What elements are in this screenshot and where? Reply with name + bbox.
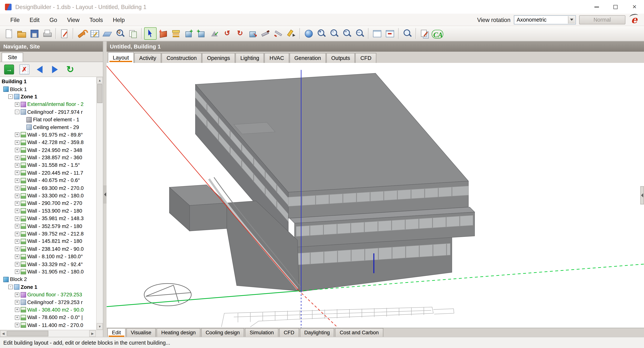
tree-item-wall-224-950-m2-348[interactable]: +Wall - 224.950 m2 - 348: [0, 146, 103, 154]
tree-item-wall-352-579-m2-180[interactable]: +Wall - 352.579 m2 - 180: [0, 222, 103, 230]
toolbar-add-opening[interactable]: [195, 27, 208, 40]
tree-item-wall-39-752-m2-212-8[interactable]: +Wall - 39.752 m2 - 212.8: [0, 230, 103, 238]
bottom-tab-cost-and-carbon[interactable]: Cost and Carbon: [335, 328, 384, 337]
toolbar-render-view[interactable]: [401, 27, 414, 40]
menu-view[interactable]: View: [62, 15, 84, 25]
toolbar-show-model-data[interactable]: [371, 27, 384, 40]
tree-item-ceiling-roof-3729-253-r[interactable]: +Ceiling/roof - 3729.253 r: [0, 298, 103, 306]
panel-splitter[interactable]: [103, 41, 107, 337]
toolbar-save-file[interactable]: [28, 27, 40, 40]
toolbar-clear-data[interactable]: [101, 27, 114, 40]
tree-item-wall-40-675-m2-0-6[interactable]: +Wall - 40.675 m2 - 0.6°: [0, 177, 103, 185]
tree-item-wall-31-905-m2-180-0[interactable]: +Wall - 31.905 m2 - 180.0: [0, 268, 103, 276]
expand-toggle-icon[interactable]: +: [15, 148, 19, 152]
nav-forward[interactable]: [49, 64, 61, 75]
tree-vertical-scrollbar[interactable]: ▲ ▼: [96, 77, 103, 330]
tree-item-wall-290-700-m2-270[interactable]: +Wall - 290.700 m2 - 270: [0, 200, 103, 207]
tree-item-zone-1[interactable]: -Zone 1: [0, 93, 103, 101]
tab-hvac[interactable]: HVAC: [264, 53, 289, 63]
expand-toggle-icon[interactable]: +: [15, 239, 19, 244]
toolbar-ca-badge[interactable]: CA: [431, 27, 444, 40]
toolbar-add-block[interactable]: [157, 27, 169, 40]
tree-item-wall-153-900-m2-180[interactable]: +Wall - 153.900 m2 - 180: [0, 207, 103, 215]
collapse-toggle-icon[interactable]: -: [8, 285, 13, 289]
collapse-toggle-icon[interactable]: -: [15, 110, 19, 114]
expand-toggle-icon[interactable]: +: [15, 300, 19, 304]
nav-delete-item[interactable]: ✗: [18, 64, 30, 75]
tree-item-wall-308-400-m2-90-0[interactable]: +Wall - 308.400 m2 - 90.0: [0, 306, 103, 314]
toolbar-fit-view[interactable]: ↔: [354, 27, 366, 40]
toolbar-measure-tool[interactable]: [272, 27, 284, 40]
menu-help[interactable]: Help: [108, 15, 129, 25]
tree-item-zone-1[interactable]: -Zone 1: [0, 283, 103, 291]
toolbar-print[interactable]: [41, 27, 53, 40]
toolbar-validate-model[interactable]: [208, 27, 220, 40]
tab-generation[interactable]: Generation: [290, 53, 326, 63]
tree-item-flat-roof-element-1[interactable]: Flat roof element - 1: [0, 116, 103, 124]
close-button[interactable]: ×: [625, 0, 644, 14]
toolbar-show-visualisation[interactable]: [384, 27, 396, 40]
bottom-tab-cooling-design[interactable]: Cooling design: [201, 328, 244, 337]
tree-item-wall-238-140-m2-90-0[interactable]: +Wall - 238.140 m2 - 90.0: [0, 245, 103, 253]
expand-toggle-icon[interactable]: +: [15, 194, 19, 198]
tree-item-wall-8-100-m2-180-0[interactable]: +Wall - 8.100 m2 - 180.0°: [0, 253, 103, 260]
nav-refresh[interactable]: ↻: [64, 64, 76, 75]
expand-toggle-icon[interactable]: +: [15, 315, 19, 320]
toolbar-edit-screen[interactable]: [58, 27, 71, 40]
scroll-right-icon[interactable]: ▶: [89, 330, 96, 337]
viewport-3d[interactable]: [106, 63, 644, 328]
toolbar-cut-block[interactable]: [260, 27, 272, 40]
expand-toggle-icon[interactable]: +: [15, 163, 19, 167]
maximize-button[interactable]: [606, 0, 625, 14]
toolbar-add-surface[interactable]: [182, 27, 195, 40]
expand-toggle-icon[interactable]: +: [15, 254, 19, 259]
tab-outputs[interactable]: Outputs: [326, 53, 355, 63]
toolbar-new-file[interactable]: [2, 27, 15, 40]
tree-item-wall-145-821-m2-180[interactable]: +Wall - 145.821 m2 - 180: [0, 238, 103, 245]
tab-cfd[interactable]: CFD: [356, 53, 376, 63]
toolbar-rotate-tool[interactable]: ↻: [234, 27, 246, 40]
tree-item-block-2[interactable]: Block 2: [0, 276, 103, 283]
tree-item-ground-floor-3729-253[interactable]: +Ground floor - 3729.253: [0, 291, 103, 299]
bottom-tab-daylighting[interactable]: Daylighting: [300, 328, 334, 337]
toolbar-zoom-window[interactable]: ▫: [328, 27, 340, 40]
normal-button[interactable]: Normal: [579, 15, 625, 24]
tree-item-ceiling-element-29[interactable]: Ceiling element - 29: [0, 123, 103, 131]
scroll-left-icon[interactable]: ◀: [0, 330, 6, 337]
tab-site[interactable]: Site: [2, 53, 23, 62]
tree-item-external-internal-floor-2[interactable]: +External/internal floor - 2: [0, 101, 103, 108]
tree-item-ceiling-roof-2917-974-r[interactable]: -Ceiling/roof - 2917.974 r: [0, 108, 103, 116]
expand-toggle-icon[interactable]: +: [15, 247, 19, 251]
expand-toggle-icon[interactable]: +: [15, 178, 19, 183]
toolbar-edit-model-data[interactable]: [88, 27, 101, 40]
menu-file[interactable]: File: [6, 15, 24, 25]
tree-item-wall-220-445-m2-11-7[interactable]: +Wall - 220.445 m2 - 11.7: [0, 169, 103, 177]
bottom-tab-heating-design[interactable]: Heating design: [157, 328, 200, 337]
expand-toggle-icon[interactable]: +: [15, 262, 19, 266]
expand-toggle-icon[interactable]: +: [15, 171, 19, 175]
expand-toggle-icon[interactable]: +: [15, 292, 19, 297]
tree-item-block-1[interactable]: Block 1: [0, 85, 103, 93]
menu-go[interactable]: Go: [45, 15, 62, 25]
toolbar-select-tool[interactable]: [144, 27, 156, 40]
tree-item-building-1[interactable]: Building 1: [0, 78, 103, 85]
scrollbar-thumb[interactable]: [97, 84, 102, 103]
minimize-button[interactable]: [587, 0, 606, 14]
view-rotation-select[interactable]: Axonometric: [514, 15, 576, 24]
toolbar-program-options[interactable]: [418, 27, 431, 40]
expand-toggle-icon[interactable]: +: [15, 209, 19, 213]
tree-item-wall-33-329-m2-92-4[interactable]: +Wall - 33.329 m2 - 92.4°: [0, 260, 103, 268]
toolbar-copy-data[interactable]: [127, 27, 139, 40]
tree-horizontal-scrollbar[interactable]: ◀ ▶: [0, 330, 103, 337]
expand-toggle-icon[interactable]: +: [15, 155, 19, 160]
nav-back[interactable]: [34, 64, 46, 75]
scrollbar-thumb[interactable]: [7, 330, 48, 336]
expand-toggle-icon[interactable]: +: [15, 269, 19, 274]
menu-edit[interactable]: Edit: [25, 15, 44, 25]
toolbar-load-data-template[interactable]: Q: [114, 27, 126, 40]
tab-activity[interactable]: Activity: [134, 53, 161, 63]
tab-construction[interactable]: Construction: [162, 53, 202, 63]
toolbar-draw-tool[interactable]: [285, 27, 297, 40]
tree-item-wall-69-300-m2-270-0[interactable]: +Wall - 69.300 m2 - 270.0: [0, 185, 103, 192]
toolbar-move-tool[interactable]: ↺: [221, 27, 234, 40]
